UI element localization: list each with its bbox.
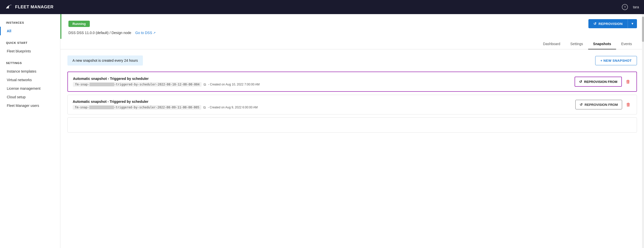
snapshot-left-1: Automatic snapshot - Triggered by schedu… (73, 77, 575, 87)
reprovision-from-label-1: REPROVISION FROM (584, 80, 617, 84)
snapshot-row-3 (67, 117, 637, 133)
delete-snapshot-button-2[interactable]: 🗑 (625, 101, 632, 108)
reprovision-group: ↺ REPROVISION ▼ (588, 19, 637, 28)
quick-start-section-title: QUICK START (0, 41, 60, 47)
sidebar-item-virtual-networks[interactable]: Virtual networks (0, 76, 60, 84)
delete-snapshot-button-1[interactable]: 🗑 (625, 78, 631, 85)
trash-icon-1: 🗑 (626, 79, 630, 84)
snapshot-info-text: A new snapshot is created every 24 hours (67, 55, 143, 66)
trash-icon-2: 🗑 (626, 102, 631, 107)
reprovision-from-button-2[interactable]: ↺ REPROVISION FROM (575, 100, 622, 109)
sidebar-divider (0, 35, 60, 41)
instance-info-row: DSS DSS 11.0.0 (default) / Design node G… (68, 31, 637, 39)
snapshot-created-1: - Created on Aug 10, 2022 7:00:00 AM (208, 83, 260, 86)
settings-section-title: SETTINGS (0, 61, 60, 67)
sidebar: INSTANCES All QUICK START Fleet blueprin… (0, 14, 60, 248)
snapshot-id-1: fm-snap-redacted-triggered-by-scheduler-… (73, 82, 202, 87)
copy-icon-1[interactable]: ⧉ (204, 82, 206, 87)
main-layout: INSTANCES All QUICK START Fleet blueprin… (0, 14, 644, 248)
sidebar-divider-2 (0, 55, 60, 61)
snapshot-title-1: Automatic snapshot - Triggered by schedu… (73, 77, 575, 81)
chevron-down-icon: ▼ (631, 22, 634, 25)
instance-top-row: Running ↺ REPROVISION ▼ (68, 19, 637, 28)
copy-icon-2[interactable]: ⧉ (203, 105, 206, 110)
tab-snapshots[interactable]: Snapshots (588, 39, 616, 49)
reprovision-icon: ↺ (593, 22, 597, 26)
reprovision-dropdown-button[interactable]: ▼ (628, 19, 637, 28)
reprovision-from-label-2: REPROVISION FROM (585, 103, 618, 107)
reprovision-from-icon-2: ↺ (580, 103, 583, 107)
content-area: Running ↺ REPROVISION ▼ DSS DSS 11.0.0 (… (60, 14, 644, 248)
reprovision-button[interactable]: ↺ REPROVISION (588, 19, 628, 28)
instances-section-title: INSTANCES (0, 21, 60, 27)
snapshot-meta-2: fm-snap-redacted-triggered-by-scheduler-… (73, 105, 575, 110)
snapshot-created-2: - Created on Aug 9, 2022 6:00:00 AM (208, 106, 258, 109)
app-title: FLEET MANAGER (15, 5, 54, 10)
fleet-manager-logo-icon (5, 4, 12, 11)
snapshots-content: A new snapshot is created every 24 hours… (60, 49, 644, 142)
tab-settings[interactable]: Settings (565, 39, 588, 49)
snapshot-right-2: ↺ REPROVISION FROM 🗑 (575, 100, 632, 109)
tab-events[interactable]: Events (616, 39, 637, 49)
scrollbar-track (642, 14, 644, 248)
external-link-icon: ➚ (153, 31, 156, 35)
sidebar-item-fleet-manager-users[interactable]: Fleet Manager users (0, 101, 60, 110)
reprovision-from-button-1[interactable]: ↺ REPROVISION FROM (575, 77, 622, 87)
reprovision-label: REPROVISION (598, 22, 623, 26)
snapshot-title-2: Automatic snapshot - Triggered by schedu… (73, 100, 575, 104)
go-to-dss-link[interactable]: Go to DSS ➚ (135, 31, 156, 35)
snapshot-row-1: Automatic snapshot - Triggered by schedu… (67, 72, 637, 92)
reprovision-from-icon-1: ↺ (579, 80, 582, 84)
snapshot-info-bar: A new snapshot is created every 24 hours… (67, 55, 637, 66)
new-snapshot-button[interactable]: + NEW SNAPSHOT (595, 56, 637, 65)
tabs-row: Dashboard Settings Snapshots Events (60, 39, 644, 49)
user-menu[interactable]: tara (633, 5, 639, 9)
snapshot-left-2: Automatic snapshot - Triggered by schedu… (73, 100, 575, 110)
snapshot-row-2: Automatic snapshot - Triggered by schedu… (67, 95, 637, 114)
snapshot-id-2: fm-snap-redacted-triggered-by-scheduler-… (73, 105, 201, 110)
tab-dashboard[interactable]: Dashboard (538, 39, 566, 49)
scrollbar-thumb[interactable] (642, 17, 644, 42)
navbar-left: FLEET MANAGER (5, 4, 54, 11)
instance-info-text: DSS DSS 11.0.0 (default) / Design node (68, 31, 131, 35)
navbar: FLEET MANAGER ? tara (0, 0, 644, 14)
sidebar-item-cloud-setup[interactable]: Cloud setup (0, 93, 60, 101)
sidebar-item-license-management[interactable]: License management (0, 84, 60, 93)
navbar-right: ? tara (622, 4, 639, 10)
snapshot-meta-1: fm-snap-redacted-triggered-by-scheduler-… (73, 82, 575, 87)
sidebar-item-all[interactable]: All (0, 27, 60, 35)
sidebar-item-fleet-blueprints[interactable]: Fleet blueprints (0, 47, 60, 55)
go-to-dss-label: Go to DSS (135, 31, 152, 35)
help-button[interactable]: ? (622, 4, 628, 10)
snapshot-right-1: ↺ REPROVISION FROM 🗑 (575, 77, 631, 87)
status-badge: Running (68, 21, 90, 27)
sidebar-item-instance-templates[interactable]: Instance templates (0, 67, 60, 76)
instance-header: Running ↺ REPROVISION ▼ DSS DSS 11.0.0 (… (60, 14, 644, 39)
